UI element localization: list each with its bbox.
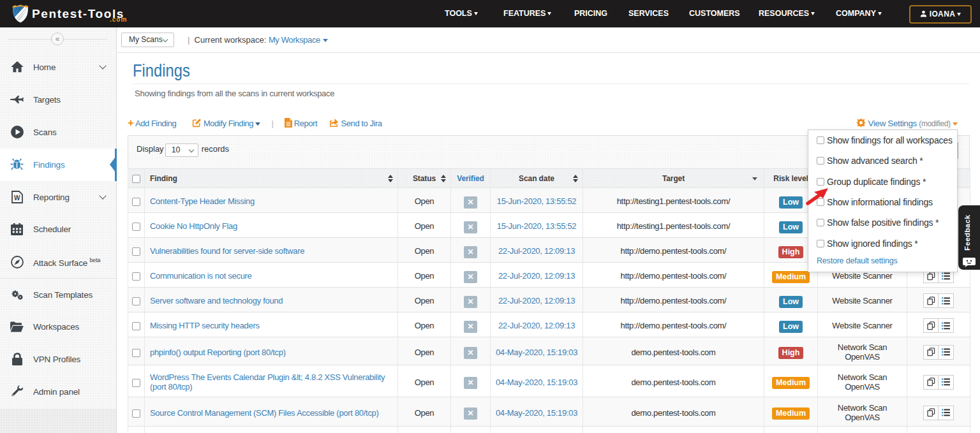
svg-text:W: W [14, 194, 20, 202]
